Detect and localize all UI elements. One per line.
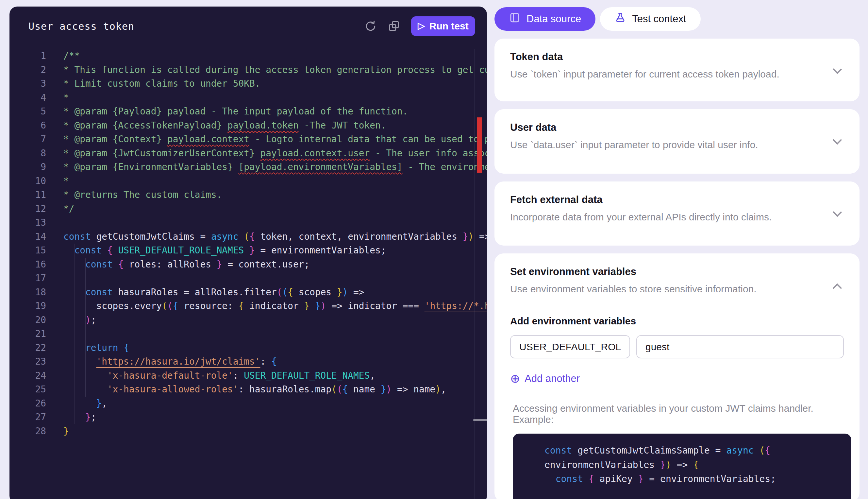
code-line: 7* @param {Context} payload.context - Lo…	[10, 132, 487, 146]
line-number: 1	[10, 49, 46, 63]
copy-icon[interactable]	[387, 19, 401, 33]
code-line: 11* @returns The custom claims.	[10, 188, 487, 202]
line-number: 26	[10, 397, 46, 411]
play-icon: ▷	[418, 21, 425, 31]
jwt-editor-panel: User access token ▷ Run test 1/**2* This…	[10, 7, 487, 499]
add-env-variables-label: Add environment variables	[510, 316, 844, 327]
line-number: 10	[10, 174, 46, 188]
code-line: 21	[10, 327, 487, 341]
code-line: 1/**	[10, 49, 487, 63]
line-number: 13	[10, 216, 46, 230]
code-line: 14const getCustomJwtClaims = async ({ to…	[10, 230, 487, 244]
line-number: 4	[10, 91, 46, 105]
tab-bar: Data source Test context	[494, 0, 868, 31]
line-number: 15	[10, 244, 46, 258]
card-title: Set environment variables	[510, 266, 844, 278]
code-line: 6* @param {AccessTokenPayload} payload.t…	[10, 119, 487, 133]
card-title: User data	[510, 122, 844, 133]
line-number: 21	[10, 327, 46, 341]
code-line: 28}	[10, 424, 487, 438]
error-stripe-marker	[477, 118, 482, 173]
line-number: 11	[10, 188, 46, 202]
code-line: 25 'x-hasura-allowed-roles': hasuraRoles…	[10, 382, 487, 397]
tab-test-context[interactable]: Test context	[600, 7, 700, 31]
tab-data-source-label: Data source	[527, 13, 581, 25]
editor-title: User access token	[28, 21, 134, 32]
code-line: environmentVariables }) => {	[527, 458, 837, 472]
panel-icon	[509, 12, 520, 26]
code-line: 23 'https://hasura.io/jwt/claims': {	[10, 355, 487, 369]
add-another-button[interactable]: ⊕ Add another	[510, 373, 580, 385]
code-area[interactable]: 1/**2* This function is called during th…	[10, 46, 487, 438]
code-line: 15 const { USER_DEFAULT_ROLE_NAMES } = e…	[10, 244, 487, 258]
line-number: 20	[10, 313, 46, 327]
code-line: 19 scopes.every(({ resource: { indicator…	[10, 299, 487, 313]
line-number: 24	[10, 369, 46, 383]
line-number: 22	[10, 341, 46, 355]
flask-icon	[614, 12, 626, 26]
env-key-input[interactable]	[510, 335, 630, 358]
code-line: 18 const hasuraRoles = allRoles.filter((…	[10, 285, 487, 300]
line-number: 16	[10, 258, 46, 272]
tab-test-context-label: Test context	[632, 13, 686, 25]
indent-guide	[85, 258, 86, 397]
code-line: 20 );	[10, 313, 487, 327]
code-line: 2* This function is called during the ac…	[10, 63, 487, 77]
env-value-input[interactable]	[636, 335, 844, 358]
line-number: 14	[10, 230, 46, 244]
line-number: 3	[10, 77, 46, 91]
env-example-caption: Accessing environment variables in your …	[510, 403, 844, 425]
tab-data-source[interactable]: Data source	[494, 7, 595, 31]
add-another-label: Add another	[525, 373, 580, 385]
code-line: 17	[10, 271, 487, 285]
code-line: 22 return {	[10, 341, 487, 355]
code-line: const getCustomJwtClaimsSample = async (…	[527, 443, 837, 458]
line-number: 28	[10, 424, 46, 438]
line-number: 19	[10, 299, 46, 313]
plus-circle-icon: ⊕	[510, 373, 520, 385]
code-line: 27 };	[10, 410, 487, 424]
data-source-panel: Data source Test context Token data Use …	[494, 0, 868, 499]
code-line	[527, 486, 837, 499]
card-subtitle: Use `data.user` input parameter to provi…	[510, 139, 844, 150]
card-subtitle: Use environment variables to store sensi…	[510, 283, 844, 295]
card-user-data[interactable]: User data Use `data.user` input paramete…	[494, 109, 859, 174]
card-token-data[interactable]: Token data Use `token` input parameter f…	[494, 39, 859, 101]
line-number: 17	[10, 271, 46, 285]
card-subtitle: Use `token` input parameter for current …	[510, 69, 844, 80]
line-number: 23	[10, 355, 46, 369]
card-set-environment-variables: Set environment variables Use environmen…	[494, 253, 859, 499]
code-line: 16 const { roles: allRoles } = context.u…	[10, 258, 487, 272]
line-number: 2	[10, 63, 46, 77]
line-number: 9	[10, 160, 46, 174]
code-line: 24 'x-hasura-default-role': USER_DEFAULT…	[10, 369, 487, 383]
sample-code-block: const getCustomJwtClaimsSample = async (…	[513, 434, 851, 499]
horizontal-scrollbar-thumb[interactable]	[473, 419, 487, 421]
line-number: 12	[10, 202, 46, 216]
code-line: 13	[10, 216, 487, 230]
editor-scroll-edge	[474, 49, 475, 499]
line-number: 7	[10, 132, 46, 146]
env-variable-row	[510, 335, 844, 358]
code-line: 8* @param {JwtCustomizerUserContext} pay…	[10, 146, 487, 160]
run-test-button[interactable]: ▷ Run test	[411, 16, 475, 36]
code-line: 3* Limit custom claims to under 50KB.	[10, 77, 487, 91]
run-test-label: Run test	[429, 21, 469, 32]
card-title: Fetch external data	[510, 194, 844, 206]
refresh-icon[interactable]	[363, 19, 378, 33]
code-line: 12*/	[10, 202, 487, 216]
line-number: 18	[10, 285, 46, 300]
line-number: 6	[10, 119, 46, 133]
line-number: 5	[10, 105, 46, 119]
card-fetch-external-data[interactable]: Fetch external data Incorporate data fro…	[494, 182, 859, 246]
line-number: 25	[10, 382, 46, 397]
code-line: 4*	[10, 91, 487, 105]
card-subtitle: Incorporate data from your external APIs…	[510, 211, 844, 223]
card-title: Token data	[510, 51, 844, 63]
editor-header: User access token ▷ Run test	[10, 7, 487, 46]
code-line: 5* @param {Payload} payload - The input …	[10, 105, 487, 119]
indent-guide	[75, 244, 75, 424]
line-number: 27	[10, 410, 46, 424]
line-number: 8	[10, 146, 46, 160]
code-line: 26 },	[10, 397, 487, 411]
